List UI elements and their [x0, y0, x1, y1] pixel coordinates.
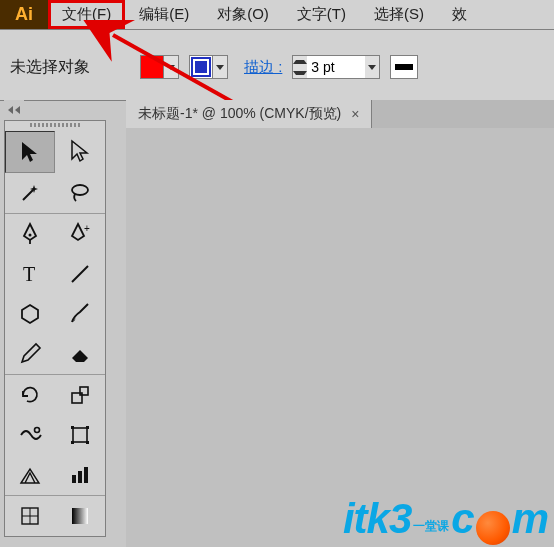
stroke-dropdown[interactable]	[213, 56, 227, 78]
document-tab-title: 未标题-1* @ 100% (CMYK/预览)	[138, 105, 341, 123]
watermark-text-1: itk3	[343, 495, 411, 543]
document-canvas[interactable]	[126, 128, 554, 547]
mesh-tool[interactable]	[5, 496, 55, 536]
svg-rect-15	[86, 441, 89, 444]
stroke-weight-input[interactable]	[307, 59, 365, 75]
add-anchor-tool[interactable]: +	[55, 214, 105, 254]
fill-swatch[interactable]	[140, 55, 179, 79]
menu-object[interactable]: 对象(O)	[203, 0, 283, 29]
column-graph-tool[interactable]	[55, 455, 105, 495]
svg-marker-7	[22, 305, 38, 323]
document-tab[interactable]: 未标题-1* @ 100% (CMYK/预览) ×	[126, 100, 372, 128]
shape-tool[interactable]	[5, 294, 55, 334]
magic-wand-tool[interactable]	[5, 173, 55, 213]
perspective-grid-tool[interactable]	[5, 455, 55, 495]
svg-point-2	[29, 234, 32, 237]
svg-rect-22	[72, 508, 88, 524]
rotate-tool[interactable]	[5, 375, 55, 415]
close-icon[interactable]: ×	[351, 106, 359, 122]
type-tool[interactable]: T	[5, 254, 55, 294]
document-tabbar: 未标题-1* @ 100% (CMYK/预览) ×	[126, 100, 554, 129]
fill-color-red[interactable]	[141, 56, 164, 78]
tools-panel: + T	[4, 120, 106, 537]
svg-rect-16	[72, 475, 76, 483]
direct-selection-tool[interactable]	[55, 131, 105, 171]
svg-rect-18	[84, 467, 88, 483]
stroke-weight-spinner[interactable]	[293, 56, 307, 78]
stroke-weight-field[interactable]	[292, 55, 380, 79]
svg-rect-14	[71, 441, 74, 444]
svg-rect-11	[73, 428, 87, 442]
panel-collapse-toggle[interactable]	[4, 100, 24, 118]
chevron-double-left-icon	[7, 100, 21, 118]
options-bar: 未选择对象 描边 :	[0, 30, 554, 101]
watermark-cn: 一堂课	[413, 518, 449, 535]
lasso-tool[interactable]	[55, 173, 105, 213]
svg-text:+: +	[84, 223, 90, 234]
svg-rect-17	[78, 471, 82, 483]
tools-grip[interactable]	[5, 123, 105, 131]
illustrator-window: Ai 文件(F) 编辑(E) 对象(O) 文字(T) 选择(S) 效 未选择对象…	[0, 0, 554, 547]
svg-rect-12	[71, 426, 74, 429]
svg-text:T: T	[23, 263, 35, 285]
line-tool[interactable]	[55, 254, 105, 294]
menu-select[interactable]: 选择(S)	[360, 0, 438, 29]
watermark: itk3 一堂课 c m	[343, 495, 548, 543]
stroke-style-swatch[interactable]	[390, 55, 418, 79]
menu-type[interactable]: 文字(T)	[283, 0, 360, 29]
menubar: Ai 文件(F) 编辑(E) 对象(O) 文字(T) 选择(S) 效	[0, 0, 554, 30]
stroke-swatch[interactable]	[189, 55, 228, 79]
watermark-text-2: c	[451, 495, 473, 543]
svg-rect-13	[86, 426, 89, 429]
selection-status-label: 未选择对象	[10, 57, 90, 78]
scale-tool[interactable]	[55, 375, 105, 415]
menu-file[interactable]: 文件(F)	[48, 0, 125, 29]
pen-tool[interactable]	[5, 214, 55, 254]
svg-line-6	[72, 266, 88, 282]
watermark-dot-icon	[476, 511, 510, 545]
watermark-text-3: m	[512, 495, 548, 543]
pencil-tool[interactable]	[5, 334, 55, 374]
app-icon: Ai	[0, 0, 48, 29]
selection-tool[interactable]	[5, 131, 55, 173]
menu-effect[interactable]: 效	[438, 0, 481, 29]
stroke-color-blue[interactable]	[190, 56, 213, 78]
stroke-label[interactable]: 描边 :	[244, 58, 282, 77]
menu-edit[interactable]: 编辑(E)	[125, 0, 203, 29]
gradient-tool[interactable]	[55, 496, 105, 536]
eraser-tool[interactable]	[55, 334, 105, 374]
paintbrush-tool[interactable]	[55, 294, 105, 334]
free-transform-tool[interactable]	[55, 415, 105, 455]
stroke-weight-dropdown[interactable]	[365, 56, 379, 78]
fill-dropdown[interactable]	[164, 56, 178, 78]
warp-tool[interactable]	[5, 415, 55, 455]
svg-point-1	[72, 185, 88, 195]
svg-point-10	[35, 428, 40, 433]
